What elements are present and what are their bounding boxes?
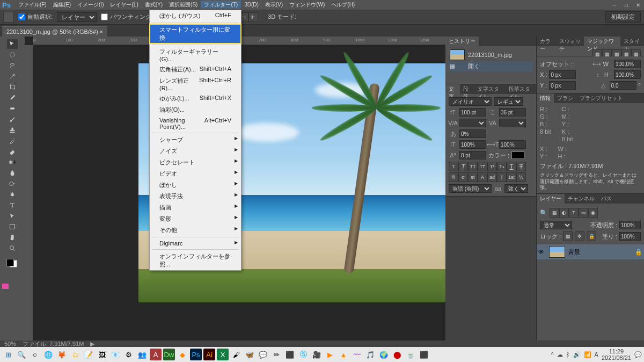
bluetooth-icon[interactable]: ᛒ	[566, 351, 570, 358]
start-button[interactable]: ⊞	[2, 349, 14, 360]
menu-フィルター[interactable]: フィルター(T)	[201, 1, 241, 9]
tab-カラー[interactable]: カラー	[537, 37, 556, 46]
allcaps-button[interactable]: TT	[468, 162, 478, 171]
minimize-button[interactable]: ─	[609, 1, 620, 9]
menu-item-[interactable]: その他	[150, 225, 241, 236]
menu-item-a[interactable]: 広角補正(A)...Shift+Ctrl+A	[150, 64, 241, 75]
x-input[interactable]	[549, 70, 576, 79]
menu-item-r[interactable]: レンズ補正(R)...Shift+Ctrl+R	[150, 75, 241, 93]
illustrator-icon[interactable]: Ai	[203, 349, 215, 360]
menu-item-[interactable]: ビデオ	[150, 168, 241, 179]
document-tab[interactable]: 22013100_m.jpg @ 50% (RGB/8#) ×	[2, 26, 107, 37]
zoom-level[interactable]: 50%	[4, 341, 16, 347]
menu-item-[interactable]: ぼかし (ガウス)Ctrl+F	[150, 10, 241, 21]
clock[interactable]: 11:292021/08/21	[602, 348, 631, 361]
path-select-tool[interactable]	[7, 211, 18, 221]
tab-情報[interactable]: 情報	[537, 93, 554, 103]
tab-文字スタイル[interactable]: 文字スタイル	[474, 84, 505, 94]
bold-button[interactable]: T	[449, 162, 458, 171]
chrome-icon[interactable]: 🌐	[42, 349, 54, 360]
gradient-tool[interactable]	[7, 157, 18, 167]
notifications-icon[interactable]: 💬	[634, 351, 642, 358]
menu-ウィンドウ[interactable]: ウィンドウ(W)	[286, 1, 328, 9]
type-tool[interactable]: T	[7, 200, 18, 210]
zoom-tool[interactable]	[7, 243, 18, 253]
maximize-button[interactable]: □	[620, 1, 632, 9]
menu-書式[interactable]: 書式(Y)	[142, 1, 166, 9]
tray-chevron-icon[interactable]: ^	[551, 351, 553, 358]
tab-チャンネル[interactable]: チャンネル	[565, 194, 598, 204]
tab-ブラシ[interactable]: ブラシ	[554, 93, 576, 103]
close-button[interactable]: ✕	[632, 1, 644, 9]
record-icon[interactable]: ⬤	[391, 349, 403, 360]
lock-all-icon[interactable]: 🔒	[587, 231, 596, 241]
ime-icon[interactable]: A	[595, 351, 598, 358]
brush-tool[interactable]	[7, 114, 18, 124]
text-color-swatch[interactable]	[511, 151, 524, 159]
menu-item-digimarc[interactable]: Digimarc	[150, 238, 241, 248]
history-source[interactable]: 22013100_m.jpg	[449, 48, 533, 61]
shape-tool[interactable]	[7, 222, 18, 231]
wand-tool[interactable]	[7, 71, 18, 81]
workspace-switcher[interactable]: 初期設定	[605, 11, 641, 23]
menu-ヘルプ[interactable]: ヘルプ(H)	[328, 1, 358, 9]
photos-icon[interactable]: 🖼	[96, 349, 108, 360]
menu-item-[interactable]: ピクセレート	[150, 157, 241, 168]
width-input[interactable]	[614, 60, 641, 68]
skype-icon[interactable]: Ⓢ	[297, 349, 309, 360]
zoom-icon[interactable]: 🎥	[311, 349, 323, 360]
menu-item-[interactable]: シャープ	[150, 134, 241, 146]
tracking-select[interactable]	[499, 119, 526, 127]
move-tool-icon[interactable]	[3, 12, 14, 23]
menu-item-vanishingpointv[interactable]: Vanishing Point(V)...Alt+Ctrl+V	[150, 115, 241, 132]
italic-button[interactable]: T	[458, 162, 468, 171]
history-step[interactable]: ▦開く	[449, 61, 533, 71]
kerning-select[interactable]	[459, 119, 486, 127]
butterfly-icon[interactable]: 🦋	[244, 349, 255, 360]
settings-icon[interactable]: ⚙	[123, 349, 135, 360]
network-icon[interactable]: 📶	[584, 351, 591, 358]
align-right-icon[interactable]: ⊩	[248, 12, 258, 22]
heal-tool[interactable]	[7, 104, 18, 113]
auto-select-target[interactable]: レイヤー	[57, 12, 97, 22]
menu-item-[interactable]: 描画	[150, 202, 241, 213]
subscript-button[interactable]: T₁	[497, 162, 507, 171]
baseline-input[interactable]	[459, 151, 486, 160]
angle-input[interactable]	[610, 81, 636, 90]
stamp-tool[interactable]	[7, 125, 18, 135]
font-size-input[interactable]	[459, 108, 486, 117]
antialias-select[interactable]: 強く	[504, 184, 528, 193]
tab-段落スタイル[interactable]: 段落スタイル	[506, 84, 536, 94]
tab-ブラシプリセット[interactable]: ブラシプリセット	[576, 93, 626, 103]
app4-icon[interactable]: 〰	[351, 349, 363, 360]
tab-スタイル[interactable]: スタイル	[620, 37, 644, 46]
height-input[interactable]	[614, 70, 641, 79]
tsume-input[interactable]	[459, 129, 486, 138]
menu-item-[interactable]: スマートフィルター用に変換	[150, 24, 241, 44]
close-tab-icon[interactable]: ×	[100, 28, 103, 35]
tab-レイヤー[interactable]: レイヤー	[537, 194, 565, 204]
auto-select-check[interactable]: 自動選択:	[18, 13, 53, 21]
move-tool[interactable]	[7, 39, 18, 49]
leading-input[interactable]	[499, 108, 526, 117]
dreamweaver-icon[interactable]: Dw	[163, 349, 175, 360]
menu-item-[interactable]: オンラインフィルターを参照...	[150, 251, 241, 270]
pen-tool[interactable]	[7, 190, 18, 199]
obs-icon[interactable]: ⬛	[284, 349, 296, 360]
menu-item-[interactable]: ノイズ	[150, 146, 241, 157]
search-icon[interactable]: 🔍	[16, 349, 27, 360]
menu-レイヤー[interactable]: レイヤー(L)	[107, 1, 141, 9]
media-icon[interactable]: ▶	[324, 349, 336, 360]
tab-文字[interactable]: 文字	[445, 84, 460, 94]
blur-tool[interactable]	[7, 168, 18, 178]
excel-icon[interactable]: X	[217, 349, 229, 360]
menu-item-[interactable]: ぼかし	[150, 179, 241, 191]
tab-段落[interactable]: 段落	[460, 84, 474, 94]
hand-tool[interactable]	[7, 233, 18, 242]
lock-position-icon[interactable]: ✥	[575, 231, 584, 241]
menu-選択範囲[interactable]: 選択範囲(S)	[166, 1, 201, 9]
menu-item-[interactable]: 変形	[150, 213, 241, 225]
font-family-select[interactable]: メイリオ	[449, 97, 492, 106]
app-icon[interactable]: 🖌	[230, 349, 242, 360]
firefox-icon[interactable]: 🦊	[56, 349, 68, 360]
